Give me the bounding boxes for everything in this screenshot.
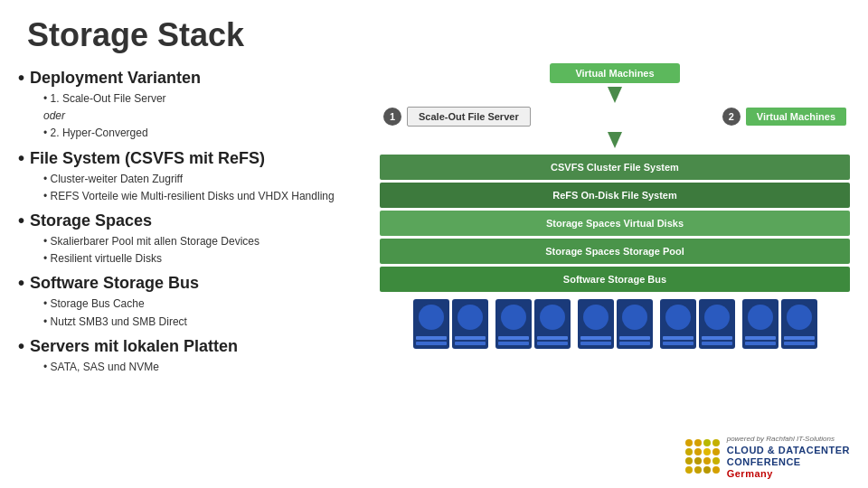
powered-by-text: powered by Rachfahl IT-Solutions	[727, 435, 850, 443]
device-icon	[413, 299, 449, 349]
device-icon	[578, 299, 614, 349]
left-column: Deployment Varianten • 1. Scale-Out File…	[18, 63, 362, 479]
section-filesystem-subs: • Cluster-weiter Daten Zugriff • REFS Vo…	[18, 171, 362, 205]
dot	[685, 439, 693, 446]
stack-bars: CSVFS Cluster File System ReFS On-Disk F…	[380, 155, 850, 292]
device-icon	[742, 299, 778, 349]
section-servers-subs: • SATA, SAS und NVMe	[18, 359, 362, 376]
dot	[685, 457, 693, 465]
bar-pool: Storage Spaces Storage Pool	[380, 239, 850, 264]
vm-top-label: Virtual Machines	[550, 63, 679, 83]
branding: powered by Rachfahl IT-Solutions CLOUD &…	[685, 435, 850, 479]
section-deployment: Deployment Varianten • 1. Scale-Out File…	[18, 68, 362, 143]
bar-refs: ReFS On-Disk File System	[380, 183, 850, 208]
dot	[712, 439, 720, 446]
section-storagespaces-subs: • Skalierbarer Pool mit allen Storage De…	[18, 233, 362, 267]
dot	[694, 448, 702, 455]
device-group-5	[742, 299, 817, 349]
dot	[685, 448, 693, 455]
branding-text-block: powered by Rachfahl IT-Solutions CLOUD &…	[727, 435, 850, 479]
bar-bus: Software Storage Bus	[380, 267, 850, 292]
device-icon	[617, 299, 653, 349]
section-servers: Servers mit lokalen Platten • SATA, SAS …	[18, 336, 362, 376]
dot	[694, 466, 702, 474]
device-icon	[699, 299, 735, 349]
conference-country: Germany	[727, 468, 850, 479]
device-group-3	[578, 299, 653, 349]
num1-circle: 1	[383, 108, 401, 126]
dot	[703, 448, 711, 455]
dot	[712, 457, 720, 465]
section-deployment-subs: • 1. Scale-Out File Server oder • 2. Hyp…	[18, 90, 362, 143]
section-storagespaces: Storage Spaces • Skalierbarer Pool mit a…	[18, 211, 362, 267]
branding-dots	[685, 439, 720, 474]
scale-out-box: Scale-Out File Server	[407, 107, 531, 127]
bar-vdisks: Storage Spaces Virtual Disks	[380, 211, 850, 236]
section-softwarebus-subs: • Storage Bus Cache • Nutzt SMB3 und SMB…	[18, 296, 362, 330]
page-title: Storage Stack	[0, 0, 868, 63]
section-softwarebus-title: Software Storage Bus	[18, 273, 362, 294]
stack-arrow	[380, 132, 850, 148]
device-group-2	[495, 299, 571, 349]
dot	[712, 448, 720, 455]
device-icon	[452, 299, 488, 349]
section-filesystem: File System (CSVFS mit ReFS) • Cluster-w…	[18, 148, 362, 205]
section-storagespaces-title: Storage Spaces	[18, 211, 362, 231]
conference-line2: CONFERENCE	[727, 456, 850, 468]
devices-row	[380, 299, 850, 349]
section-deployment-title: Deployment Varianten	[18, 68, 362, 89]
section-filesystem-title: File System (CSVFS mit ReFS)	[18, 148, 362, 169]
device-icon	[534, 299, 571, 349]
vm-arrow	[380, 87, 850, 103]
vm-label-box: Virtual Machines	[746, 108, 846, 126]
dot	[703, 466, 711, 474]
dot	[685, 466, 693, 474]
top-boxes-row: 1 Scale-Out File Server 2 Virtual Machin…	[380, 107, 850, 127]
section-softwarebus: Software Storage Bus • Storage Bus Cache…	[18, 273, 362, 330]
svg-marker-1	[608, 132, 622, 148]
bar-csvfs: CSVFS Cluster File System	[380, 155, 850, 180]
page-container: Storage Stack Deployment Varianten • 1. …	[0, 0, 868, 488]
device-group-1	[413, 299, 488, 349]
dot	[694, 457, 702, 465]
device-icon	[660, 299, 696, 349]
right-diagram: Virtual Machines 1 Scale-Out File Server…	[380, 63, 850, 479]
device-group-4	[660, 299, 735, 349]
device-icon	[495, 299, 532, 349]
svg-marker-0	[608, 87, 622, 103]
dot	[703, 457, 711, 465]
conference-line1: CLOUD & DATACENTER	[727, 445, 850, 456]
num2-circle: 2	[722, 108, 741, 126]
device-icon	[781, 299, 817, 349]
section-servers-title: Servers mit lokalen Platten	[18, 336, 362, 357]
dot	[694, 439, 702, 446]
dot	[703, 439, 711, 446]
dot	[712, 466, 720, 474]
